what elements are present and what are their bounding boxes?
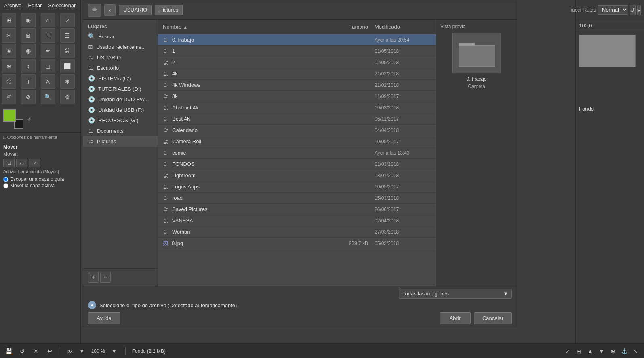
- file-row[interactable]: 🗂Best 4K06/11/2017: [158, 113, 436, 125]
- radio-mover[interactable]: [3, 183, 8, 188]
- file-row[interactable]: 🗂Abstract 4k19/03/2018: [158, 102, 436, 113]
- status-refresh-icon[interactable]: ↺: [18, 347, 27, 356]
- breadcrumb-pictures[interactable]: Pictures: [155, 5, 183, 15]
- status-save-icon[interactable]: 💾: [4, 347, 13, 356]
- status-expand-icon[interactable]: ⤢: [563, 347, 572, 356]
- tool-btn[interactable]: ↕: [21, 59, 36, 73]
- tool-btn[interactable]: ⌂: [41, 13, 55, 27]
- status-up-icon[interactable]: ▲: [586, 347, 595, 356]
- refresh-btn[interactable]: ↺: [630, 5, 636, 15]
- file-name-col: 🗂1: [163, 48, 334, 54]
- tool-btn[interactable]: ⬜: [60, 59, 75, 73]
- menu-editar[interactable]: Editar: [28, 2, 42, 8]
- dvd-icon: 💿: [88, 96, 95, 103]
- tool-btn[interactable]: ◈: [2, 44, 16, 58]
- status-zoom-dropdown[interactable]: ▾: [110, 347, 119, 356]
- col-header-modified[interactable]: Modificado: [375, 24, 431, 30]
- tool-btn[interactable]: ◉: [21, 44, 36, 58]
- sidebar-item-documents[interactable]: 🗂 Documents: [83, 126, 158, 136]
- tool-btn[interactable]: ◻: [41, 59, 55, 73]
- add-location-btn[interactable]: +: [88, 272, 99, 283]
- dialog-edit-btn[interactable]: ✏: [88, 4, 101, 17]
- file-row[interactable]: 🗂Woman27/03/2018: [158, 226, 436, 238]
- status-fullscreen-icon[interactable]: ⤡: [631, 347, 640, 356]
- tool-btn[interactable]: ⊛: [60, 90, 75, 104]
- status-down-icon[interactable]: ▼: [597, 347, 606, 356]
- status-close-icon[interactable]: ✕: [32, 347, 40, 356]
- tool-btn[interactable]: ⊕: [2, 59, 16, 73]
- tool-btn[interactable]: ✂: [2, 28, 16, 43]
- tool-btn[interactable]: ↗: [60, 13, 75, 27]
- sidebar-item-usados[interactable]: ⊞ Usados recienteme...: [83, 42, 158, 52]
- tool-btn[interactable]: ⬚: [41, 28, 55, 43]
- help-button[interactable]: Ayuda: [88, 312, 120, 324]
- breadcrumb-usuario[interactable]: USUARIO: [119, 5, 152, 15]
- file-row[interactable]: 🗂4k21/02/2018: [158, 68, 436, 80]
- status-anchor-icon[interactable]: ⚓: [620, 347, 629, 356]
- col-header-size[interactable]: Tamaño: [334, 24, 375, 30]
- file-row[interactable]: 🗂road15/03/2018: [158, 193, 436, 204]
- tool-btn[interactable]: ⊠: [21, 28, 36, 43]
- tool-btn[interactable]: A: [41, 74, 55, 89]
- file-row[interactable]: 🗂Lightroom13/01/2018: [158, 170, 436, 181]
- file-name-text: Logos Apps: [172, 184, 200, 190]
- file-row[interactable]: 🖼0.jpg939,7 kB05/03/2018: [158, 238, 436, 249]
- tool-btn[interactable]: ✐: [2, 90, 16, 104]
- nav-back-btn[interactable]: ‹: [104, 4, 116, 16]
- file-row[interactable]: 🗂Logos Apps10/05/2017: [158, 181, 436, 193]
- status-unit-dropdown[interactable]: ▾: [78, 347, 86, 356]
- file-row[interactable]: 🗂Saved Pictures26/06/2017: [158, 204, 436, 215]
- open-button[interactable]: Abrir: [440, 312, 471, 324]
- fg-color-swatch[interactable]: [3, 109, 16, 122]
- tool-btn[interactable]: 🔍: [41, 90, 55, 104]
- filter-dropdown[interactable]: Todas las imágenes ▼: [399, 289, 512, 299]
- mover-icon-path[interactable]: ↗: [29, 159, 40, 167]
- mover-icon-layer[interactable]: ⊟: [3, 159, 15, 167]
- folder-icon: 🗂: [163, 93, 169, 100]
- status-history-icon[interactable]: ↩: [45, 347, 54, 356]
- col-header-name[interactable]: Nombre ▲: [163, 24, 334, 30]
- menu-seleccionar[interactable]: Seleccionar: [48, 2, 76, 8]
- tool-btn[interactable]: ⊞: [2, 13, 16, 27]
- file-row[interactable]: 🗂202/05/2018: [158, 57, 436, 68]
- tool-btn[interactable]: ☰: [60, 28, 75, 43]
- status-layers-icon[interactable]: ⊟: [575, 347, 583, 356]
- remove-location-btn[interactable]: −: [100, 272, 111, 283]
- sidebar-item-dvd[interactable]: 💿 Unidad de DVD RW...: [83, 94, 158, 105]
- file-row[interactable]: 🗂Calendario04/04/2018: [158, 125, 436, 136]
- tool-btn[interactable]: T: [21, 74, 36, 89]
- file-row[interactable]: 🗂FONDOS01/03/2018: [158, 159, 436, 170]
- radio-option-2[interactable]: Mover la capa activa: [3, 183, 77, 188]
- tool-btn[interactable]: ◉: [21, 13, 36, 27]
- sidebar-item-recursos[interactable]: 💿 RECURSOS (G:): [83, 115, 158, 126]
- sidebar-item-escritorio[interactable]: 🗂 Escritorio: [83, 63, 158, 73]
- tool-btn[interactable]: ⊘: [21, 90, 36, 104]
- file-list-header: Nombre ▲ Tamaño Modificado: [158, 20, 436, 34]
- sidebar-item-usb[interactable]: 💿 Unidad de USB (F:): [83, 105, 158, 115]
- normal-dropdown[interactable]: Normal: [598, 5, 628, 15]
- sidebar-item-tutoriales[interactable]: 💿 TUTORIALES (D:): [83, 84, 158, 94]
- file-row[interactable]: 🗂4k Windows21/02/2018: [158, 80, 436, 91]
- menu-archivo[interactable]: Archivo: [4, 2, 21, 8]
- cancel-button[interactable]: Cancelar: [474, 312, 512, 324]
- file-row[interactable]: 🗂8k11/09/2017: [158, 91, 436, 102]
- radio-escoger[interactable]: [3, 177, 8, 182]
- mover-icon-move[interactable]: ▭: [16, 159, 27, 167]
- sidebar-item-usuario[interactable]: 🗂 USUARIO: [83, 52, 158, 63]
- tool-btn[interactable]: ⌘: [60, 44, 75, 58]
- file-row[interactable]: 🗂Camera Roll10/05/2017: [158, 136, 436, 147]
- tool-btn[interactable]: ✱: [60, 74, 75, 89]
- sidebar-item-sistema[interactable]: 💿 SISTEMA (C:): [83, 73, 158, 84]
- file-row[interactable]: 🗂comicAyer a las 13:43: [158, 147, 436, 159]
- radio-option-1[interactable]: Escoger una capa o guía: [3, 176, 77, 182]
- file-row[interactable]: 🗂101/05/2018: [158, 46, 436, 57]
- file-row[interactable]: 🗂0. trabajoAyer a las 20:54: [158, 34, 436, 46]
- tool-btn[interactable]: ✒: [41, 44, 55, 58]
- status-zoom: 100 %: [91, 348, 105, 354]
- sidebar-item-buscar[interactable]: 🔍 Buscar: [83, 31, 158, 42]
- status-zoom-in-icon[interactable]: ⊕: [608, 347, 617, 356]
- file-row[interactable]: 🗂VANESA02/04/2018: [158, 215, 436, 226]
- expand-btn[interactable]: ▸: [637, 5, 641, 15]
- tool-btn[interactable]: ⬡: [2, 74, 16, 89]
- sidebar-item-pictures[interactable]: 🗂 Pictures: [83, 136, 158, 147]
